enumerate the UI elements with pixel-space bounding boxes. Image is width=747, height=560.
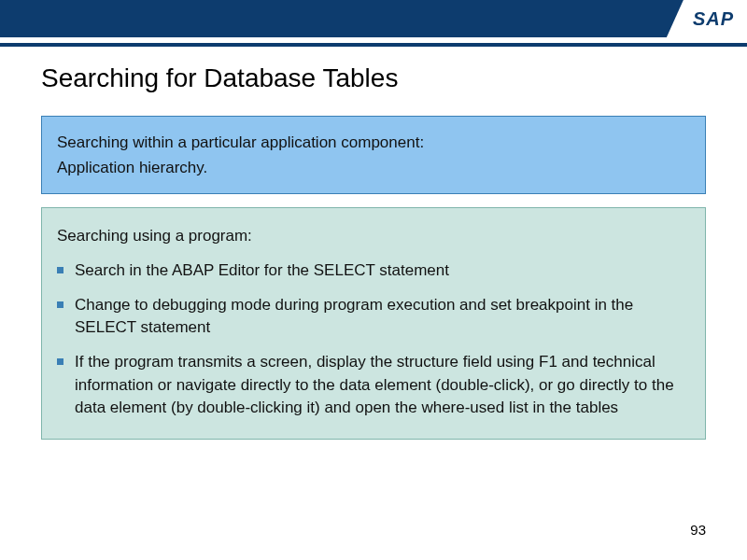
info-box-program-search: Searching using a program: Search in the… — [41, 207, 706, 439]
bullet-text: Search in the ABAP Editor for the SELECT… — [75, 259, 449, 283]
bullet-icon — [57, 301, 63, 308]
page-number: 93 — [690, 522, 706, 538]
sap-logo: SAP — [667, 0, 747, 37]
list-item: If the program transmits a screen, displ… — [57, 351, 690, 420]
logo-container: SAP — [667, 0, 747, 37]
info-box-application-component: Searching within a particular applicatio… — [41, 116, 706, 194]
bullet-text: Change to debugging mode during program … — [75, 294, 690, 340]
slide-title: Searching for Database Tables — [41, 63, 706, 93]
bullet-icon — [57, 358, 63, 365]
list-item: Search in the ABAP Editor for the SELECT… — [57, 259, 690, 283]
header-bar: SAP — [0, 0, 747, 37]
bullet-text: If the program transmits a screen, displ… — [75, 351, 690, 420]
bullet-icon — [57, 267, 63, 273]
box1-line1: Searching within a particular applicatio… — [57, 130, 690, 155]
box2-heading: Searching using a program: — [57, 225, 690, 248]
logo-text: SAP — [693, 8, 734, 30]
slide-content: Searching for Database Tables Searching … — [0, 47, 747, 440]
list-item: Change to debugging mode during program … — [57, 294, 690, 340]
box1-line2: Application hierarchy. — [57, 155, 690, 180]
